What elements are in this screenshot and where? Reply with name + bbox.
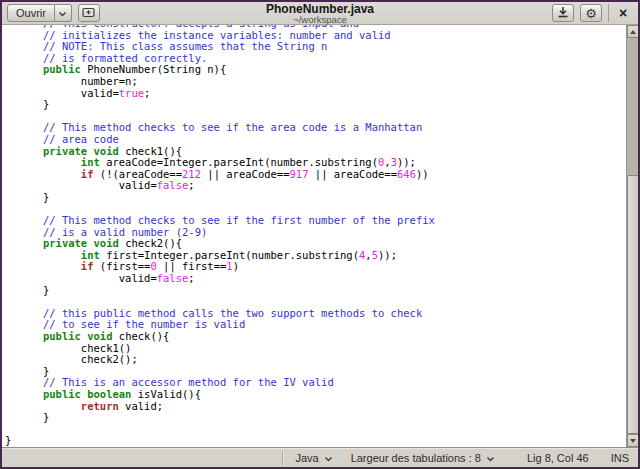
open-dropdown-button[interactable] — [55, 4, 72, 22]
chevron-down-icon — [486, 452, 495, 464]
code-line: return valid; — [5, 401, 626, 413]
scrollbar-down-button[interactable] — [627, 434, 638, 447]
tab-width-label: Largeur des tabulations : 8 — [351, 452, 481, 464]
menu-button[interactable]: ⚙ — [580, 4, 602, 22]
status-bar: Java Largeur des tabulations : 8 Lig 8, … — [2, 447, 638, 467]
header-separator — [608, 4, 609, 22]
tab-width-selector[interactable]: Largeur des tabulations : 8 — [351, 452, 495, 464]
save-button[interactable] — [552, 4, 574, 22]
header-right-controls: ⚙ × — [552, 4, 633, 22]
code-line: } — [5, 285, 626, 297]
open-button[interactable]: Ouvrir — [7, 4, 55, 22]
close-button[interactable]: × — [613, 4, 633, 22]
header-bar[interactable]: Ouvrir PhoneNumber.java ~/workspace — [2, 2, 638, 25]
new-document-button[interactable] — [78, 4, 100, 22]
code-line: valid=false; — [5, 273, 626, 285]
code-content: // This constructor: accepts a String as… — [2, 25, 626, 447]
editor-area: // This constructor: accepts a String as… — [2, 25, 638, 447]
language-label: Java — [295, 452, 318, 464]
code-line: } — [5, 412, 626, 424]
gear-icon: ⚙ — [585, 7, 597, 20]
code-line: valid=true; — [5, 88, 626, 100]
code-line: valid=false; — [5, 180, 626, 192]
save-icon — [557, 6, 569, 20]
chevron-down-icon — [58, 7, 67, 19]
arrow-up-icon — [630, 30, 636, 34]
scrollbar-thumb[interactable] — [627, 175, 638, 434]
chevron-down-icon — [324, 452, 333, 464]
code-line: } — [5, 99, 626, 111]
code-line: check2(); — [5, 354, 626, 366]
code-line: } — [5, 435, 626, 447]
code-editor[interactable]: // This constructor: accepts a String as… — [2, 25, 626, 447]
scrollbar-up-button[interactable] — [627, 25, 638, 38]
vertical-scrollbar[interactable] — [626, 25, 638, 447]
tab-new-icon — [82, 7, 95, 20]
close-icon: × — [619, 6, 627, 20]
header-left-controls: Ouvrir — [7, 4, 100, 22]
code-line: } — [5, 192, 626, 204]
statusbar-separator — [282, 451, 283, 465]
cursor-position: Lig 8, Col 46 — [527, 452, 589, 464]
gedit-window: Ouvrir PhoneNumber.java ~/workspace — [0, 0, 640, 469]
insert-mode-indicator: INS — [611, 452, 629, 464]
code-line — [5, 424, 626, 436]
arrow-down-icon — [630, 439, 636, 443]
language-selector[interactable]: Java — [295, 452, 332, 464]
